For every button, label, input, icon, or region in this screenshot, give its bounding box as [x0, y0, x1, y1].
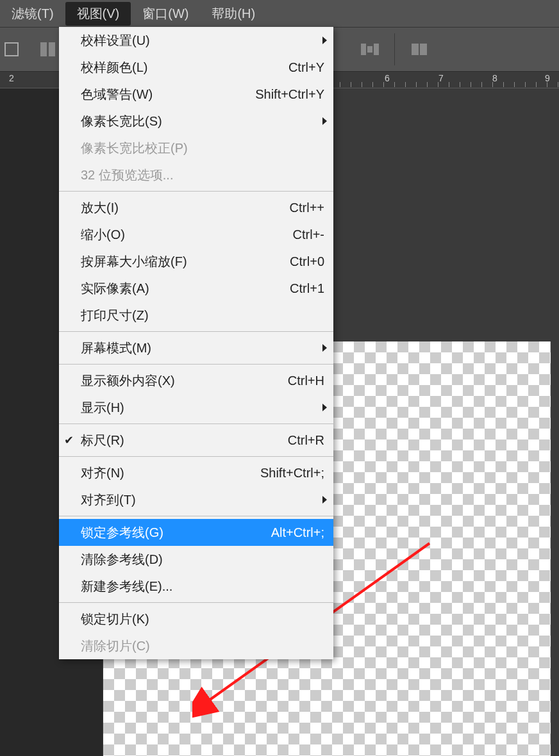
menu-item[interactable]: 对齐到(T) [59, 486, 333, 513]
ruler-tick: 8 [492, 73, 497, 83]
menu-item-label: 色域警告(W) [81, 86, 255, 103]
menu-item-shortcut: Ctrl+Y [288, 60, 324, 75]
menu-separator [59, 602, 333, 603]
menu-separator [59, 423, 333, 424]
menu-item-shortcut: Alt+Ctrl+; [271, 525, 324, 540]
menu-item-shortcut: Shift+Ctrl+; [260, 466, 324, 481]
menu-item[interactable]: 清除参考线(D) [59, 546, 333, 573]
menu-item: 32 位预览选项... [59, 161, 333, 188]
view-menu-dropdown: 校样设置(U)校样颜色(L)Ctrl+Y色域警告(W)Shift+Ctrl+Y像… [59, 27, 333, 659]
ruler-tick: 6 [385, 73, 390, 83]
menu-item[interactable]: 缩小(O)Ctrl+- [59, 221, 333, 248]
menu-item-shortcut: Ctrl++ [290, 201, 324, 215]
menu-item-label: 32 位预览选项... [81, 167, 324, 184]
menu-item[interactable]: 对齐(N)Shift+Ctrl+; [59, 459, 333, 486]
menu-item[interactable]: 实际像素(A)Ctrl+1 [59, 275, 333, 302]
menu-item[interactable]: 按屏幕大小缩放(F)Ctrl+0 [59, 248, 333, 275]
menu-item-label: 校样颜色(L) [81, 59, 288, 76]
menu-item-shortcut: Ctrl+0 [290, 254, 324, 269]
menu-item-label: 打印尺寸(Z) [81, 307, 324, 324]
menu-item-label: 锁定参考线(G) [81, 524, 271, 541]
menu-item-label: 清除切片(C) [81, 637, 324, 655]
menu-item-label: 屏幕模式(M) [81, 340, 324, 357]
menu-item-shortcut: Shift+Ctrl+Y [255, 87, 324, 102]
distribute-icon [412, 44, 427, 55]
menu-item[interactable]: ✔标尺(R)Ctrl+R [59, 427, 333, 454]
menu-item-label: 像素长宽比(S) [81, 113, 324, 130]
menu-item[interactable]: 新建参考线(E)... [59, 573, 333, 600]
menu-item-shortcut: Ctrl+R [288, 433, 324, 448]
menu-item-label: 像素长宽比校正(P) [81, 140, 324, 157]
square-icon [4, 42, 19, 56]
menu-item[interactable]: 色域警告(W)Shift+Ctrl+Y [59, 81, 333, 108]
menu-item[interactable]: 校样设置(U) [59, 27, 333, 54]
toolbar-btn-1[interactable] [0, 38, 23, 61]
menu-item-label: 按屏幕大小缩放(F) [81, 253, 290, 270]
menu-window[interactable]: 窗口(W) [131, 2, 200, 26]
align-icon [361, 44, 379, 55]
menu-item[interactable]: 像素长宽比(S) [59, 108, 333, 135]
menu-separator [59, 456, 333, 457]
menu-item[interactable]: 放大(I)Ctrl++ [59, 194, 333, 221]
menu-item[interactable]: 校样颜色(L)Ctrl+Y [59, 54, 333, 81]
columns-icon [40, 42, 55, 56]
menu-item[interactable]: 打印尺寸(Z) [59, 302, 333, 329]
menu-item-label: 实际像素(A) [81, 280, 290, 297]
menu-item-label: 标尺(R) [81, 432, 288, 449]
menu-item-label: 新建参考线(E)... [81, 578, 324, 595]
menu-item-shortcut: Ctrl+H [288, 374, 324, 388]
menu-item[interactable]: 屏幕模式(M) [59, 334, 333, 361]
menubar: 滤镜(T) 视图(V) 窗口(W) 帮助(H) [0, 0, 559, 27]
ruler-tick: 7 [438, 73, 444, 83]
menu-item[interactable]: 显示(H) [59, 394, 333, 421]
menu-item-label: 对齐(N) [81, 464, 260, 482]
menu-item-label: 校样设置(U) [81, 32, 324, 49]
submenu-arrow-icon [322, 117, 327, 125]
menu-item: 清除切片(C) [59, 632, 333, 659]
menu-item: 像素长宽比校正(P) [59, 135, 333, 161]
toolbar-btn-4[interactable] [408, 38, 431, 61]
check-icon: ✔ [64, 433, 74, 447]
menu-help[interactable]: 帮助(H) [200, 2, 267, 26]
menu-item[interactable]: 显示额外内容(X)Ctrl+H [59, 367, 333, 394]
menu-item[interactable]: 锁定切片(K) [59, 605, 333, 632]
menu-item-label: 锁定切片(K) [81, 611, 324, 628]
menu-filter[interactable]: 滤镜(T) [0, 2, 65, 26]
menu-separator [59, 191, 333, 192]
toolbar-btn-3[interactable] [358, 38, 381, 61]
menu-item-label: 显示额外内容(X) [81, 372, 288, 390]
toolbar-separator [394, 33, 395, 65]
menu-item-label: 放大(I) [81, 199, 290, 217]
submenu-arrow-icon [322, 496, 327, 504]
ruler-tick: 2 [9, 73, 14, 83]
submenu-arrow-icon [322, 37, 327, 44]
menu-separator [59, 364, 333, 365]
menu-item-shortcut: Ctrl+1 [290, 281, 324, 296]
menu-item-shortcut: Ctrl+- [293, 227, 324, 242]
submenu-arrow-icon [322, 404, 327, 411]
submenu-arrow-icon [322, 344, 327, 352]
menu-item-label: 对齐到(T) [81, 491, 324, 509]
menu-item-label: 缩小(O) [81, 226, 293, 243]
menu-item-label: 清除参考线(D) [81, 551, 324, 568]
menu-view[interactable]: 视图(V) [65, 2, 131, 26]
menu-item-label: 显示(H) [81, 399, 324, 416]
menu-separator [59, 516, 333, 516]
toolbar-btn-2[interactable] [36, 38, 59, 61]
menu-item[interactable]: 锁定参考线(G)Alt+Ctrl+; [59, 519, 333, 546]
menu-separator [59, 331, 333, 332]
